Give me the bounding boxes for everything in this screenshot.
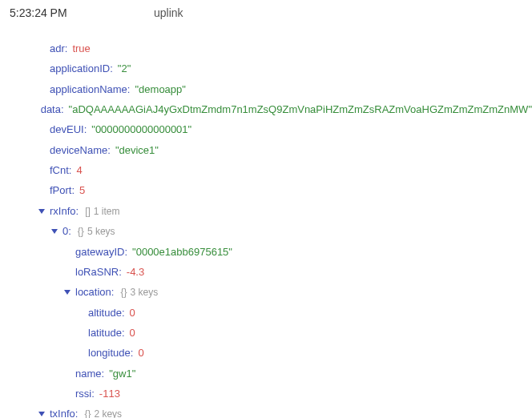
key-adr: adr xyxy=(50,38,72,58)
key-rssi: rssi xyxy=(75,384,99,404)
caret-down-icon[interactable] xyxy=(64,290,71,295)
key-gatewayID: gatewayID xyxy=(75,242,132,262)
value-latitude: 0 xyxy=(130,323,135,343)
value-deviceName: device1 xyxy=(115,140,159,160)
field-rxInfo[interactable]: rxInfo [] 1 item xyxy=(38,201,532,221)
event-header: 5:23:24 PM uplink xyxy=(0,6,532,38)
field-rssi[interactable]: rssi -113 xyxy=(38,384,532,404)
field-applicationID[interactable]: applicationID 2 xyxy=(38,58,532,78)
key-applicationName: applicationName xyxy=(50,79,135,99)
key-rxInfo-0: 0 xyxy=(62,221,76,241)
type-hint-object: {} xyxy=(78,223,84,241)
meta-rxInfo-0: 5 keys xyxy=(87,223,115,241)
field-data[interactable]: data aDQAAAAAAGiAJ4yGxDtmZmdm7n1mZsQ9ZmV… xyxy=(38,99,532,119)
key-txInfo: txInfo xyxy=(50,404,83,418)
key-longitude: longitude xyxy=(88,343,138,363)
field-fPort[interactable]: fPort 5 xyxy=(38,180,532,200)
key-latitude: latitude xyxy=(88,323,130,343)
field-loRaSNR[interactable]: loRaSNR -4.3 xyxy=(38,262,532,282)
value-applicationID: 2 xyxy=(118,58,131,78)
type-hint-object: {} xyxy=(120,283,127,302)
value-name: gw1 xyxy=(109,364,135,384)
key-rxInfo: rxInfo xyxy=(50,201,83,221)
field-rxInfo-0[interactable]: 0 {} 5 keys xyxy=(38,221,532,241)
value-devEUI: 0000000000000001 xyxy=(91,119,191,139)
key-fPort: fPort xyxy=(50,180,79,200)
key-fCnt: fCnt xyxy=(50,160,76,180)
type-hint-object: {} xyxy=(84,405,91,418)
field-longitude[interactable]: longitude 0 xyxy=(38,343,532,363)
value-applicationName: demoapp xyxy=(135,79,185,99)
key-applicationID: applicationID xyxy=(50,58,118,78)
key-data: data xyxy=(41,99,69,119)
type-hint-array: [] xyxy=(85,203,91,221)
key-loRaSNR: loRaSNR xyxy=(75,262,127,282)
field-applicationName[interactable]: applicationName demoapp xyxy=(38,79,532,99)
value-altitude: 0 xyxy=(130,303,135,323)
event-type: uplink xyxy=(154,6,183,19)
value-data: aDQAAAAAAGiAJ4yGxDtmZmdm7n1mZsQ9ZmVnaPiH… xyxy=(69,99,532,119)
field-fCnt[interactable]: fCnt 4 xyxy=(38,160,532,180)
meta-txInfo: 2 keys xyxy=(94,405,122,418)
value-loRaSNR: -4.3 xyxy=(127,262,144,282)
field-gatewayID[interactable]: gatewayID 0000e1abb6975615 xyxy=(38,242,532,262)
event-timestamp: 5:23:24 PM xyxy=(10,6,154,19)
field-latitude[interactable]: latitude 0 xyxy=(38,323,532,343)
meta-rxInfo: 1 item xyxy=(94,203,120,221)
field-altitude[interactable]: altitude 0 xyxy=(38,303,532,323)
key-name: name xyxy=(75,364,109,384)
json-tree: adr true applicationID 2 applicationName… xyxy=(0,38,532,418)
caret-down-icon[interactable] xyxy=(38,412,45,416)
field-deviceName[interactable]: deviceName device1 xyxy=(38,140,532,160)
field-name[interactable]: name gw1 xyxy=(38,364,532,384)
field-txInfo[interactable]: txInfo {} 2 keys xyxy=(38,404,532,418)
caret-down-icon[interactable] xyxy=(51,229,58,234)
field-location[interactable]: location {} 3 keys xyxy=(38,282,532,302)
value-longitude: 0 xyxy=(138,343,143,363)
key-devEUI: devEUI xyxy=(50,119,91,139)
meta-location: 3 keys xyxy=(130,283,158,302)
caret-down-icon[interactable] xyxy=(38,209,45,214)
value-gatewayID: 0000e1abb6975615 xyxy=(132,242,232,262)
value-rssi: -113 xyxy=(99,384,120,404)
key-altitude: altitude xyxy=(88,303,130,323)
value-fPort: 5 xyxy=(79,180,85,200)
key-location: location xyxy=(75,282,119,302)
field-devEUI[interactable]: devEUI 0000000000000001 xyxy=(38,119,532,139)
value-adr: true xyxy=(72,38,90,58)
value-fCnt: 4 xyxy=(76,160,82,180)
field-adr[interactable]: adr true xyxy=(38,38,532,58)
key-deviceName: deviceName xyxy=(50,140,115,160)
